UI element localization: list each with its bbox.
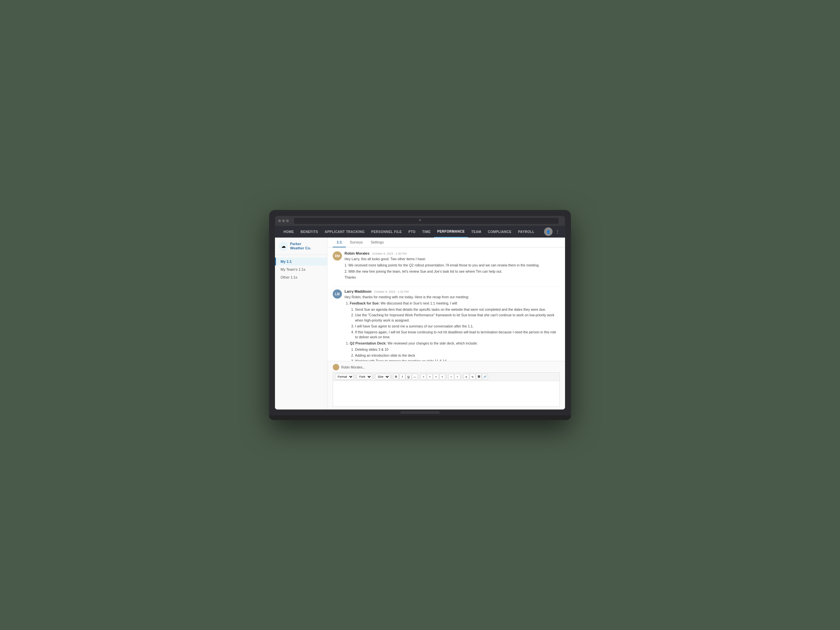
message-text-2: Hey Robin, thanks for meeting with me to… <box>344 295 560 361</box>
dot-yellow <box>282 219 285 222</box>
msg2-section1: Feedback for Sue: We discussed that in S… <box>344 301 560 306</box>
reply-header: Robin Morales... <box>333 364 560 371</box>
toolbar-sep-4 <box>419 374 419 379</box>
sidebar: ☁ Parker Weather Co. My 1:1 My Team's 1:… <box>275 238 327 409</box>
message-block-1: RM Robin Morales October 9, 2023 · 1:30 … <box>333 251 560 281</box>
dot-green <box>286 219 289 222</box>
sidebar-item-other-1on1s[interactable]: Other 1:1s <box>275 273 327 281</box>
ordered-list-button[interactable]: ≡ <box>448 374 454 380</box>
link-button[interactable]: 🔗 <box>482 374 488 380</box>
tab-1on1[interactable]: 1:1 <box>333 238 346 248</box>
unordered-list-button[interactable]: ≡ <box>455 374 460 380</box>
messages-area: RM Robin Morales October 9, 2023 · 1:30 … <box>327 248 565 361</box>
msg2-intro: Hey Robin, thanks for meeting with me to… <box>344 295 560 300</box>
justify-button[interactable]: ≡ <box>439 374 445 380</box>
nav-pto[interactable]: PTO <box>405 226 419 238</box>
bold-button[interactable]: B <box>393 374 399 380</box>
tab-surveys[interactable]: Surveys <box>346 238 367 248</box>
image-button[interactable]: 🖼 <box>476 374 482 380</box>
editor-toolbar: Format Font <box>333 373 560 381</box>
toolbar-font-group: Font <box>357 374 372 380</box>
reply-editor[interactable] <box>333 381 560 407</box>
avatar-larry: LM <box>333 289 342 298</box>
nav-time[interactable]: TIME <box>419 226 434 238</box>
company-header: ☁ Parker Weather Co. <box>275 242 327 255</box>
underline-button[interactable]: U <box>406 374 412 380</box>
company-logo: ☁ <box>279 242 288 251</box>
message-text-1: Hey Larry, this all looks good. Two othe… <box>344 257 560 280</box>
nav-home[interactable]: HOME <box>280 226 297 238</box>
nav-applicant-tracking[interactable]: APPLICANT TRACKING <box>321 226 368 238</box>
font-select[interactable]: Font <box>357 374 372 380</box>
align-left-button[interactable]: ≡ <box>421 374 426 380</box>
size-select[interactable]: Size <box>375 374 390 380</box>
nav-team[interactable]: TEAM <box>468 226 484 238</box>
toolbar-sep-5 <box>447 374 447 379</box>
msg1-line2: 1. We received more talking points for t… <box>344 263 560 268</box>
dot-red <box>278 219 281 222</box>
percent-button[interactable]: % <box>469 374 475 380</box>
trackpad[interactable] <box>400 411 440 414</box>
browser-dots <box>278 219 289 222</box>
toolbar-misc-buttons: § % 🖼 🔗 <box>463 374 488 380</box>
msg2-s2-i2: Adding an introduction slide to the deck <box>355 353 560 358</box>
format-select[interactable]: Format <box>335 374 354 380</box>
msg2-s1-i1: Send Sue an agenda item that details the… <box>355 307 560 313</box>
sub-tabs: 1:1 Surveys Settings <box>327 238 565 248</box>
align-center-button[interactable]: ≡ <box>427 374 433 380</box>
address-bar[interactable] <box>294 218 559 224</box>
strikethrough-button[interactable]: — <box>412 374 418 380</box>
toolbar-size-group: Size <box>375 374 390 380</box>
reply-name: Robin Morales... <box>341 366 365 369</box>
msg2-s2-items: Deleting slides 3 & 10 Adding an introdu… <box>344 347 560 361</box>
laptop-bottom <box>269 409 571 415</box>
msg2-section2: Q2 Presentation Deck: We reviewed your c… <box>344 341 560 346</box>
msg1-line1: Hey Larry, this all looks good. Two othe… <box>344 257 560 262</box>
toolbar-sep-1 <box>355 374 355 379</box>
nav-more-icon[interactable]: ⋮ <box>555 229 560 234</box>
msg2-s2-i1: Deleting slides 3 & 10 <box>355 347 560 352</box>
special-char-button[interactable]: § <box>463 374 469 380</box>
toolbar-sep-2 <box>373 374 374 379</box>
msg2-s1-items: Send Sue an agenda item that details the… <box>344 307 560 340</box>
message-block-2: LM Larry Maddison October 9, 2023 · 1:32… <box>333 289 560 361</box>
msg2-s2-label: Q2 Presentation Deck: We reviewed your c… <box>350 341 560 346</box>
sidebar-item-my-1on1[interactable]: My 1:1 <box>275 257 327 265</box>
reply-avatar <box>333 364 339 371</box>
laptop-shell: HOME BENEFITS APPLICANT TRACKING PERSONN… <box>269 210 571 420</box>
message-header-1: Robin Morales October 9, 2023 · 1:30 PM <box>344 251 560 255</box>
company-name: Parker Weather Co. <box>290 242 311 250</box>
italic-button[interactable]: I <box>399 374 405 380</box>
msg1-line3: 2. With the new hire joining the team, l… <box>344 269 560 274</box>
nav-compliance[interactable]: COMPLIANCE <box>485 226 515 238</box>
toolbar-sep-6 <box>462 374 462 379</box>
user-avatar[interactable]: 👤 <box>544 227 553 236</box>
align-right-button[interactable]: ≡ <box>433 374 439 380</box>
screen: HOME BENEFITS APPLICANT TRACKING PERSONN… <box>275 216 565 409</box>
toolbar-sep-3 <box>392 374 392 379</box>
sidebar-item-team-1on1s[interactable]: My Team's 1:1s <box>275 265 327 273</box>
msg2-s1-i2: Use the "Coaching for Improved Work Perf… <box>355 313 560 323</box>
main-content: 1:1 Surveys Settings RM Robin Morales <box>327 238 565 409</box>
camera <box>419 219 421 221</box>
msg1-line4: Thanks <box>344 275 560 280</box>
nav-payroll[interactable]: PAYROLL <box>515 226 538 238</box>
sender-larry: Larry Maddison <box>344 289 371 293</box>
toolbar-list-buttons: ≡ ≡ <box>448 374 460 380</box>
laptop-foot <box>269 415 571 420</box>
msg2-s1-label: Feedback for Sue: We discussed that in S… <box>350 301 560 306</box>
nav-benefits[interactable]: BENEFITS <box>297 226 321 238</box>
nav-personnel-file[interactable]: PERSONNEL FILE <box>368 226 405 238</box>
message-header-2: Larry Maddison October 9, 2023 · 1:32 PM <box>344 289 560 293</box>
top-nav: HOME BENEFITS APPLICANT TRACKING PERSONN… <box>275 226 565 238</box>
msg2-s2-i3: Working with Tracy to improve the graphi… <box>355 358 560 361</box>
tab-settings[interactable]: Settings <box>367 238 388 248</box>
message-divider <box>333 286 560 287</box>
avatar-robin: RM <box>333 251 342 261</box>
nav-performance[interactable]: PERFORMANCE <box>434 226 468 238</box>
msg2-s1-i4: If this happens again, I will let Sue kn… <box>355 330 560 340</box>
toolbar-align-buttons: ≡ ≡ ≡ ≡ <box>421 374 445 380</box>
message-time-1: October 9, 2023 · 1:30 PM <box>372 252 407 255</box>
reply-area: Robin Morales... Format <box>327 361 565 409</box>
msg2-s1-i3: I will have Sue agree to send me a summa… <box>355 324 560 329</box>
